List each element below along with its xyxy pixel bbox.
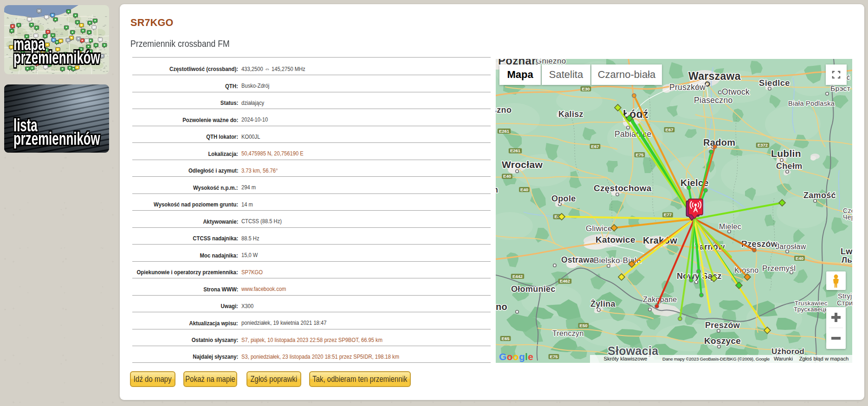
svg-text:szno: szno (496, 105, 512, 115)
svg-text:Siedlce: Siedlce (759, 78, 790, 88)
svg-text:Piaseczno: Piaseczno (694, 96, 732, 105)
svg-text:Pruszków: Pruszków (669, 83, 706, 92)
svg-text:Брэст: Брэст (830, 84, 850, 92)
svg-text:Preszów: Preszów (705, 321, 740, 330)
svg-text:rno: rno (496, 302, 507, 312)
svg-text:ć: ć (847, 74, 850, 81)
svg-text:Przemyśl: Przemyśl (762, 264, 796, 273)
svg-text:Radom: Radom (703, 137, 735, 148)
svg-text:Koszyce: Koszyce (704, 336, 741, 346)
svg-text:Wrocław: Wrocław (502, 159, 543, 170)
svg-text:Ль: Ль (842, 256, 852, 264)
svg-text:Стрий: Стрий (837, 299, 852, 307)
svg-text:Ołomuniec: Ołomuniec (511, 284, 556, 294)
svg-text:E65: E65 (502, 336, 510, 341)
svg-text:E442: E442 (512, 274, 523, 279)
svg-text:Trenczyn: Trenczyn (552, 329, 584, 337)
svg-text:E50: E50 (580, 323, 588, 328)
svg-text:Трускавець: Трускавець (794, 306, 828, 313)
svg-text:E40: E40 (520, 187, 528, 192)
svg-text:Gliwice: Gliwice (586, 224, 612, 233)
svg-text:Чер: Чер (843, 213, 852, 221)
svg-text:Biała Podlaska: Biała Podlaska (788, 100, 835, 107)
svg-text:E462: E462 (560, 278, 570, 284)
svg-text:Lw: Lw (841, 247, 852, 256)
svg-text:E30: E30 (582, 86, 590, 91)
svg-text:E75: E75 (550, 354, 558, 359)
svg-text:Zamość: Zamość (803, 191, 836, 200)
svg-text:Kalisz: Kalisz (558, 110, 583, 119)
svg-text:Lublin: Lublin (771, 148, 801, 159)
svg-text:E40: E40 (796, 256, 803, 261)
svg-text:Ostrawa: Ostrawa (561, 255, 594, 264)
svg-text:Jarosław: Jarosław (776, 243, 806, 251)
svg-text:Katowice: Katowice (596, 235, 635, 245)
svg-text:E77: E77 (664, 212, 672, 217)
svg-text:Opole: Opole (551, 194, 576, 203)
svg-text:Żylina: Żylina (590, 299, 616, 309)
svg-text:Otwock: Otwock (722, 87, 750, 97)
svg-text:h: h (496, 185, 498, 194)
svg-text:E372: E372 (758, 142, 768, 148)
svg-text:E75: E75 (636, 152, 644, 157)
svg-text:Chełm: Chełm (776, 161, 803, 171)
svg-text:Rzeszów: Rzeszów (741, 239, 778, 249)
svg-text:E261: E261 (510, 148, 521, 153)
svg-text:Częstochowa: Częstochowa (594, 183, 652, 193)
svg-text:E67: E67 (666, 127, 674, 132)
svg-text:Warszawa: Warszawa (688, 70, 741, 82)
svg-text:E261: E261 (499, 129, 510, 134)
svg-text:Mielec: Mielec (719, 223, 741, 231)
svg-text:Stryj: Stryj (838, 292, 852, 300)
svg-text:E40: E40 (503, 174, 511, 179)
svg-text:E67: E67 (591, 144, 599, 149)
